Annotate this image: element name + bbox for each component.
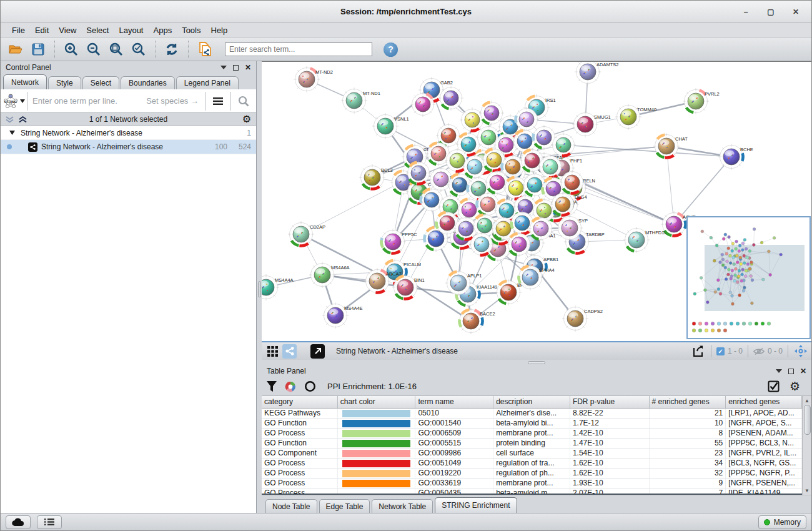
string-options-button[interactable] — [205, 89, 230, 112]
task-history-button[interactable] — [37, 515, 62, 529]
network-view-button[interactable] — [282, 344, 297, 359]
tab-network-table[interactable]: Network Table — [372, 499, 433, 513]
close-panel-icon[interactable]: ✕ — [245, 64, 251, 71]
menu-layout[interactable]: Layout — [114, 24, 148, 36]
collection-count: 1 — [247, 129, 251, 137]
table-row[interactable]: GO ProcessGO:0006509membrane prot...1.42… — [262, 429, 802, 439]
column-header-description[interactable]: description — [493, 396, 570, 408]
string-term-input[interactable] — [27, 96, 146, 106]
zoom-in-button[interactable] — [61, 40, 81, 59]
chart-color-icon[interactable] — [284, 380, 297, 393]
string-logo-button[interactable]: STRING — [1, 89, 27, 112]
menu-edit[interactable]: Edit — [30, 24, 54, 36]
float-panel-icon[interactable] — [788, 369, 794, 374]
tab-style[interactable]: Style — [48, 76, 81, 89]
scroll-thumb[interactable] — [804, 405, 811, 435]
table-row[interactable]: GO ProcessGO:0033619membrane prot...1.93… — [262, 479, 802, 489]
tab-select[interactable]: Select — [82, 76, 119, 89]
clone-network-button[interactable] — [195, 40, 215, 59]
table-row[interactable]: GO FunctionGO:0001540beta-amyloid bi...1… — [262, 419, 802, 429]
filter-icon[interactable] — [267, 381, 277, 392]
tab-boundaries[interactable]: Boundaries — [121, 76, 175, 89]
crosshair-icon — [795, 345, 807, 357]
zoom-selected-button[interactable] — [129, 40, 149, 59]
grid-view-button[interactable] — [265, 344, 280, 359]
save-session-button[interactable] — [28, 40, 48, 59]
column-header-category[interactable]: category — [262, 396, 338, 408]
chart-color-cell — [338, 469, 416, 478]
panel-splitter[interactable] — [257, 61, 262, 513]
column-header-fdr-p-value[interactable]: FDR p-value — [570, 396, 650, 408]
table-cell: 34 — [650, 459, 726, 468]
column-header-term-name[interactable]: term name — [415, 396, 493, 408]
table-splitter[interactable] — [262, 360, 811, 365]
panel-menu-icon[interactable] — [220, 66, 227, 69]
table-cell: GO Process — [262, 489, 338, 495]
table-row[interactable]: KEGG Pathways05010Alzheimer's dise...8.8… — [262, 409, 802, 419]
help-button[interactable]: ? — [384, 42, 398, 57]
svg-text:MT-ND1: MT-ND1 — [363, 91, 380, 96]
table-cell: 1.93E-10 — [570, 479, 650, 488]
menu-tools[interactable]: Tools — [177, 24, 205, 36]
refresh-button[interactable] — [162, 40, 182, 59]
network-collection-row[interactable]: String Network - Alzheimer's disease 1 — [1, 126, 256, 140]
splitter-handle[interactable] — [258, 281, 261, 297]
zoom-out-button[interactable] — [84, 40, 104, 59]
menu-apps[interactable]: Apps — [149, 24, 177, 36]
ring-chart-icon[interactable] — [304, 380, 316, 392]
scroll-down-button[interactable]: ▼ — [803, 486, 811, 495]
table-row[interactable]: GO ProcessGO:0051049regulation of tra...… — [262, 459, 802, 469]
detach-view-button[interactable] — [310, 344, 325, 359]
column-header--enriched-genes[interactable]: # enriched genes — [650, 396, 726, 408]
close-button[interactable]: ✕ — [791, 7, 800, 16]
tab-edge-table[interactable]: Edge Table — [319, 499, 370, 513]
svg-text:APLP1: APLP1 — [467, 273, 482, 279]
table-row[interactable]: GO ProcessGO:0050435beta-amyloid m...2.0… — [262, 489, 802, 495]
memory-button[interactable]: Memory — [758, 515, 806, 529]
tab-network[interactable]: Network — [3, 74, 47, 89]
network-row[interactable]: String Network - Alzheimer's disease 100… — [1, 140, 256, 154]
open-file-button[interactable] — [6, 40, 26, 59]
tab-node-table[interactable]: Node Table — [265, 499, 317, 513]
menu-help[interactable]: Help — [206, 24, 233, 36]
float-panel-icon[interactable] — [233, 65, 239, 71]
export-network-button[interactable] — [691, 344, 706, 359]
node-count: 100 — [215, 142, 227, 151]
scroll-up-button[interactable]: ▲ — [803, 396, 811, 405]
menu-select[interactable]: Select — [81, 24, 114, 36]
table-row[interactable]: GO ProcessGO:0019220regulation of ph...1… — [262, 469, 802, 479]
zoom-fit-button[interactable] — [106, 40, 126, 59]
string-search-button[interactable] — [231, 89, 256, 112]
table-cell: regulation of tra... — [493, 459, 570, 468]
network-tree: String Network - Alzheimer's disease 1 S… — [1, 126, 256, 513]
tab-legend-panel[interactable]: Legend Panel — [176, 76, 239, 89]
network-canvas[interactable]: MT-ND2MT-ND1VSNL1GAB2IRS1CHATBCHEACHEAPO… — [262, 61, 811, 341]
divider — [711, 345, 711, 357]
tab-string-enrichment[interactable]: STRING Enrichment — [435, 497, 517, 513]
table-scrollbar[interactable]: ▲ ▼ — [802, 396, 811, 495]
zoom-in-icon — [64, 42, 79, 57]
column-header-enriched-genes[interactable]: enriched genes — [726, 396, 802, 408]
panel-menu-icon[interactable] — [776, 369, 782, 373]
divider — [748, 345, 748, 357]
tree-expander-icon[interactable] — [9, 131, 15, 135]
search-input[interactable] — [225, 42, 372, 56]
table-cell: membrane prot... — [493, 479, 570, 488]
close-panel-icon[interactable]: ✕ — [800, 367, 806, 375]
network-options-gear-icon[interactable]: ⚙ — [242, 114, 251, 124]
table-row[interactable]: GO FunctionGO:0005515protein binding1.47… — [262, 439, 802, 449]
minimize-button[interactable]: – — [741, 7, 750, 16]
table-row[interactable]: GO ComponentGO:0009986cell surface1.54E-… — [262, 449, 802, 459]
table-settings-gear-icon[interactable]: ⚙ — [790, 380, 800, 392]
select-checkbox-icon[interactable] — [768, 380, 780, 392]
fit-content-button[interactable] — [793, 344, 808, 359]
menu-file[interactable]: File — [7, 24, 30, 36]
maximize-button[interactable]: ▢ — [766, 7, 775, 16]
splitter-handle[interactable] — [528, 361, 545, 364]
column-header-chart-color[interactable]: chart color — [338, 396, 416, 408]
menu-view[interactable]: View — [54, 24, 81, 36]
table-cell: 2.07E-10 — [570, 489, 650, 495]
birds-eye-view[interactable] — [686, 216, 811, 339]
cloud-tasks-button[interactable] — [6, 515, 31, 529]
set-species-label[interactable]: Set species → — [146, 96, 199, 106]
